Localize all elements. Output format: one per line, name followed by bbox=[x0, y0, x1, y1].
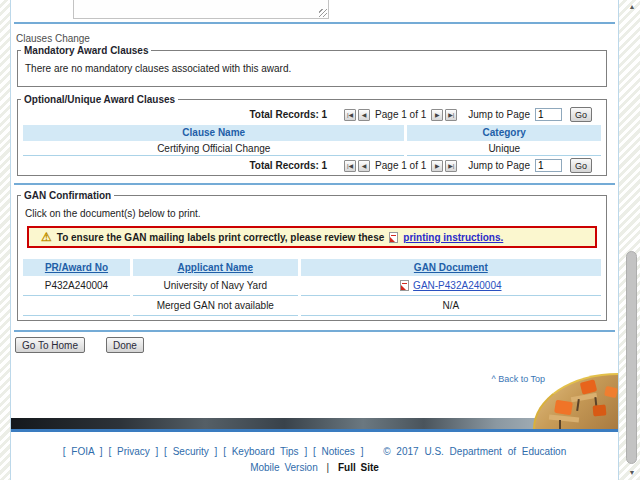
footer-link-notices[interactable]: [ Notices ] bbox=[313, 446, 363, 457]
pagination-bottom: Total Records: 1 |◀ ◀ Page 1 of 1 ▶ ▶| J… bbox=[18, 158, 592, 173]
last-page-button[interactable]: ▶| bbox=[445, 109, 457, 121]
jump-to-page-input[interactable] bbox=[535, 108, 562, 121]
printing-instructions-link[interactable]: printing instructions. bbox=[403, 232, 503, 243]
gan-document-header[interactable]: GAN Document bbox=[301, 259, 601, 276]
textarea-resize-handle[interactable] bbox=[319, 9, 327, 17]
gan-confirmation-legend: GAN Confirmation bbox=[21, 190, 114, 201]
footer-links-row: [ FOIA ] [ Privacy ] [ Security ] [ Keyb… bbox=[11, 446, 618, 457]
footer-divider: | bbox=[327, 462, 330, 473]
mandatory-clauses-empty-text: There are no mandatory clauses associate… bbox=[25, 63, 606, 74]
pr-award-no-cell bbox=[23, 296, 130, 316]
clause-name-cell: Certifying Official Change bbox=[23, 141, 404, 156]
back-to-top-link[interactable]: ^ Back to Top bbox=[491, 374, 545, 384]
footer-link-foia[interactable]: [ FOIA ] bbox=[63, 446, 103, 457]
table-header-row: PR/Award No Applicant Name GAN Document bbox=[23, 259, 601, 276]
footer-link-security[interactable]: [ Security ] bbox=[164, 446, 217, 457]
comments-textarea[interactable] bbox=[73, 0, 329, 19]
jump-to-page-label: Jump to Page bbox=[468, 160, 530, 171]
clauses-change-label: Clauses Change bbox=[16, 33, 90, 44]
footer-link-keyboard-tips[interactable]: [ Keyboard Tips ] bbox=[223, 446, 307, 457]
category-cell: Unique bbox=[407, 141, 601, 156]
total-records-label: Total Records: 1 bbox=[250, 160, 328, 171]
footer-banner-bar bbox=[11, 418, 618, 429]
section-divider bbox=[14, 22, 615, 24]
prev-page-button[interactable]: ◀ bbox=[358, 160, 370, 172]
footer-site-toggle-row: Mobile Version | Full Site bbox=[11, 462, 618, 473]
clause-name-header: Clause Name bbox=[23, 125, 404, 141]
gan-document-cell: GAN-P432A240004 bbox=[301, 276, 601, 296]
footer-link-privacy[interactable]: [ Privacy ] bbox=[108, 446, 158, 457]
copyright-text: © 2017 U.S. Department of Education bbox=[383, 446, 566, 457]
gan-confirmation-fieldset: GAN Confirmation Click on the document(s… bbox=[17, 190, 607, 321]
pdf-icon bbox=[400, 280, 409, 291]
table-header-row: Clause Name Category bbox=[23, 125, 601, 141]
full-site-link[interactable]: Full Site bbox=[338, 462, 379, 473]
last-page-button[interactable]: ▶| bbox=[445, 160, 457, 172]
table-row: P432A240004 University of Navy Yard GAN-… bbox=[23, 276, 601, 296]
mandatory-clauses-legend: Mandatory Award Clauses bbox=[21, 45, 151, 56]
pagination-top: Total Records: 1 |◀ ◀ Page 1 of 1 ▶ ▶| J… bbox=[18, 107, 592, 122]
jump-to-page-input[interactable] bbox=[535, 159, 562, 172]
gan-table: PR/Award No Applicant Name GAN Document … bbox=[23, 259, 601, 316]
go-button[interactable]: Go bbox=[570, 107, 592, 122]
mandatory-clauses-fieldset: Mandatory Award Clauses There are no man… bbox=[17, 45, 607, 87]
section-divider bbox=[14, 183, 615, 185]
warning-text: To ensure the GAN mailing labels print c… bbox=[57, 232, 385, 243]
gan-document-cell: N/A bbox=[301, 296, 601, 316]
scrollbar-down-arrow-icon[interactable]: ▼ bbox=[626, 468, 638, 478]
optional-clauses-legend: Optional/Unique Award Clauses bbox=[21, 94, 178, 105]
optional-clauses-fieldset: Optional/Unique Award Clauses Total Reco… bbox=[17, 94, 607, 176]
prev-page-button[interactable]: ◀ bbox=[358, 109, 370, 121]
gan-document-link[interactable]: GAN-P432A240004 bbox=[413, 276, 501, 296]
scrollbar-up-arrow-icon[interactable]: ▲ bbox=[626, 2, 638, 12]
action-buttons-row: Go To Home Done bbox=[15, 337, 144, 353]
first-page-button[interactable]: |◀ bbox=[344, 109, 356, 121]
done-button[interactable]: Done bbox=[106, 337, 144, 353]
table-row: Certifying Official Change Unique bbox=[23, 141, 601, 156]
page-indicator: Page 1 of 1 bbox=[375, 160, 426, 171]
next-page-button[interactable]: ▶ bbox=[431, 160, 443, 172]
go-to-home-button[interactable]: Go To Home bbox=[15, 337, 85, 353]
printing-warning-banner: ⚠ To ensure the GAN mailing labels print… bbox=[27, 226, 597, 248]
jump-to-page-label: Jump to Page bbox=[468, 109, 530, 120]
total-records-label: Total Records: 1 bbox=[250, 109, 328, 120]
page-indicator: Page 1 of 1 bbox=[375, 109, 426, 120]
pr-award-no-cell: P432A240004 bbox=[23, 276, 130, 296]
mobile-version-link[interactable]: Mobile Version bbox=[250, 462, 318, 473]
applicant-name-cell: University of Navy Yard bbox=[133, 276, 298, 296]
next-page-button[interactable]: ▶ bbox=[431, 109, 443, 121]
content-panel: Clauses Change Mandatory Award Clauses T… bbox=[10, 0, 619, 480]
go-button[interactable]: Go bbox=[570, 158, 592, 173]
pr-award-no-header[interactable]: PR/Award No bbox=[23, 259, 130, 276]
pdf-icon bbox=[389, 232, 398, 243]
scrollbar-thumb[interactable] bbox=[626, 251, 637, 464]
footer-blue-bar bbox=[11, 429, 618, 432]
gan-instruction-text: Click on the document(s) below to print. bbox=[25, 208, 606, 219]
applicant-name-header[interactable]: Applicant Name bbox=[133, 259, 298, 276]
merged-gan-status-cell: Merged GAN not available bbox=[133, 296, 298, 316]
table-row: Merged GAN not available N/A bbox=[23, 296, 601, 316]
category-header: Category bbox=[407, 125, 601, 141]
warning-icon: ⚠ bbox=[41, 231, 52, 243]
classroom-decorative-image bbox=[533, 373, 618, 429]
first-page-button[interactable]: |◀ bbox=[344, 160, 356, 172]
optional-clauses-table: Clause Name Category Certifying Official… bbox=[23, 125, 601, 156]
section-divider bbox=[14, 330, 615, 332]
